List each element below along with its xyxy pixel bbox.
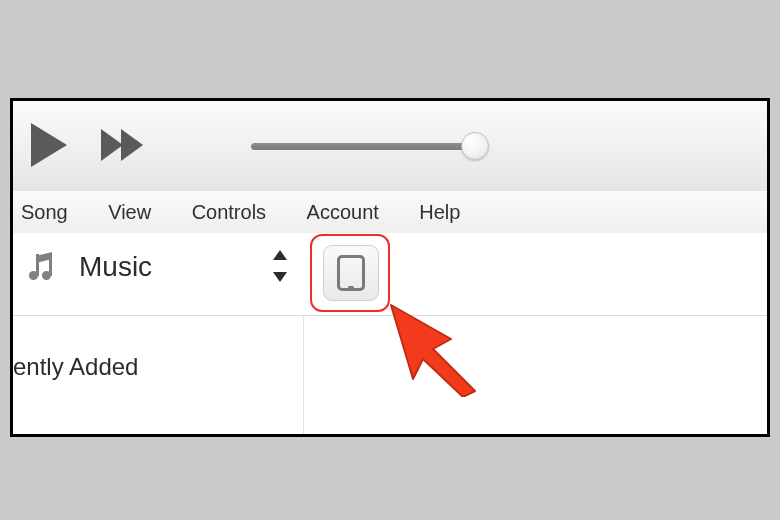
- volume-track: [251, 143, 481, 150]
- music-icon: [29, 252, 63, 282]
- ipad-icon: [337, 255, 365, 291]
- sidebar: ently Added: [13, 315, 304, 434]
- play-button[interactable]: [31, 123, 67, 167]
- menu-view[interactable]: View: [90, 191, 169, 233]
- menu-account[interactable]: Account: [289, 191, 397, 233]
- volume-knob[interactable]: [461, 132, 489, 160]
- device-button[interactable]: [323, 245, 379, 301]
- menu-bar: Song View Controls Account Help: [13, 191, 767, 235]
- menu-controls[interactable]: Controls: [174, 191, 284, 233]
- itunes-window: Song View Controls Account Help Music en…: [10, 98, 770, 437]
- sidebar-item-recently-added[interactable]: ently Added: [13, 315, 303, 381]
- updown-icon: [273, 248, 289, 284]
- volume-slider[interactable]: [251, 141, 481, 151]
- library-picker[interactable]: Music: [29, 246, 289, 288]
- playback-strip: [13, 101, 767, 192]
- library-row: Music: [13, 233, 767, 316]
- menu-help[interactable]: Help: [401, 191, 478, 233]
- library-picker-label: Music: [79, 251, 152, 283]
- menu-song[interactable]: Song: [13, 191, 86, 233]
- svg-marker-0: [391, 305, 475, 397]
- fast-forward-button[interactable]: [101, 129, 145, 163]
